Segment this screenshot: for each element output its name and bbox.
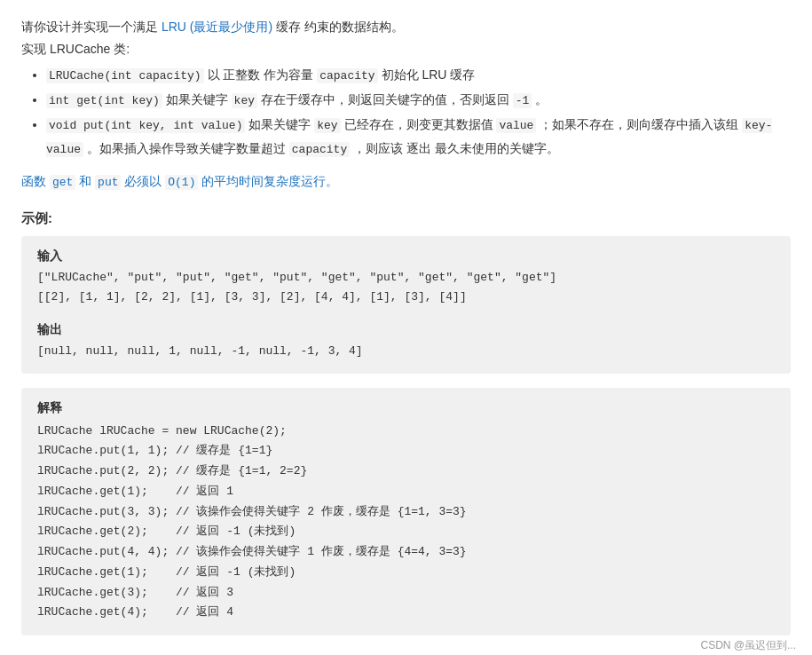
explanation-code-line: lRUCache.put(2, 2); // 缓存是 {1=1, 2=2} [37,462,775,482]
example-io-box: 输入 ["LRUCache", "put", "put", "get", "pu… [21,236,791,373]
example-section-title: 示例: [21,210,791,227]
bullet2-key: key [232,93,257,108]
explanation-code-line: LRUCache lRUCache = new LRUCache(2); [37,422,775,442]
input-line1: ["LRUCache", "put", "put", "get", "put",… [37,268,775,288]
bullet3-code: void put(int key, int value) [46,118,245,133]
note-text: 函数 get 和 put 必须以 O(1) 的平均时间复杂度运行。 [21,170,791,193]
note-put: put [95,175,121,190]
bullet3-capacity: capacity [289,142,350,157]
implement-label: 实现 LRUCache 类: [21,42,791,58]
explanation-code-line: lRUCache.get(1); // 返回 1 [37,482,775,502]
output-line: [null, null, null, 1, null, -1, null, -1… [37,342,775,361]
explanation-label: 解释 [37,400,775,416]
bullet-3: void put(int key, int value) 如果关键字 key 已… [46,113,791,162]
bullet-2: int get(int key) 如果关键字 key 存在于缓存中，则返回关键字… [46,88,791,113]
bullet1-capacity: capacity [317,68,377,83]
bullet3-evict: 逐出 [406,141,431,155]
output-label: 输出 [37,322,775,338]
explanation-code-line: lRUCache.put(4, 4); // 该操作会使得关键字 1 作废，缓存… [37,542,775,563]
explanation-code-line: lRUCache.get(3); // 返回 3 [37,583,775,604]
bullet-list: LRUCache(int capacity) 以 正整数 作为容量 capaci… [21,63,791,162]
note-get: get [50,175,75,190]
watermark: CSDN @虽迟但到... [700,638,796,653]
explanation-code-line: lRUCache.get(4); // 返回 4 [37,603,775,623]
lru-term: LRU (最近最少使用) [162,20,272,34]
bullet2-minus1: -1 [513,93,532,108]
bullet3-key: key [314,118,340,133]
bullet1-code: LRUCache(int capacity) [46,68,204,83]
note-o1: O(1) [165,175,198,190]
intro-line1-pre: 请你设计并实现一个满足 [21,20,162,34]
explanation-code-line: lRUCache.put(1, 1); // 缓存是 {1=1} [37,441,775,462]
bullet-1: LRUCache(int capacity) 以 正整数 作为容量 capaci… [46,63,791,88]
explanation-code-line: lRUCache.get(2); // 返回 -1 (未找到) [37,522,775,542]
bullet2-code: int get(int key) [46,93,162,108]
explanation-code-line: lRUCache.put(3, 3); // 该操作会使得关键字 2 作废，缓存… [37,502,775,523]
input-label: 输入 [37,249,775,264]
bullet1-bold: 正整数 [223,67,260,82]
bullet3-value: value [496,118,536,133]
intro-paragraph: 请你设计并实现一个满足 LRU (最近最少使用) 缓存 约束的数据结构。 [21,16,791,38]
input-line2: [[2], [1, 1], [2, 2], [1], [3, 3], [2], … [37,288,775,307]
code-lines-container: LRUCache lRUCache = new LRUCache(2);lRUC… [37,422,775,624]
explanation-box: 解释 LRUCache lRUCache = new LRUCache(2);l… [21,388,791,636]
explanation-code-line: lRUCache.get(1); // 返回 -1 (未找到) [37,563,775,583]
intro-line1-post: 缓存 约束的数据结构。 [272,20,404,34]
